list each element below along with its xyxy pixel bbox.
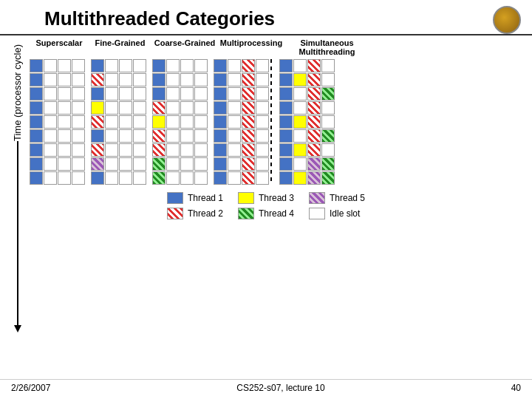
grid-cell — [30, 157, 43, 171]
grid-cell — [307, 157, 321, 171]
legend-thread3: Thread 3 — [238, 192, 294, 204]
grid-cell — [105, 101, 118, 115]
grid-cell — [194, 87, 208, 100]
grid-cell — [119, 115, 132, 129]
grid-cell — [119, 101, 132, 115]
grid-cell — [256, 129, 269, 143]
legend-thread2: Thread 2 — [167, 208, 223, 219]
grid-fine-grained — [91, 59, 146, 185]
grid-cell — [242, 101, 255, 115]
footer-page: 40 — [511, 383, 521, 393]
grid-cell — [105, 143, 118, 157]
time-axis-arrow: Time (processor cycle) — [12, 44, 23, 332]
legend-label-thread4: Thread 4 — [259, 208, 294, 219]
grid-cell — [293, 115, 307, 129]
grid-cell — [307, 143, 321, 157]
grid-cell — [228, 87, 241, 100]
grid-cell — [293, 59, 307, 72]
grid-cell — [293, 171, 307, 185]
grid-cell — [293, 143, 307, 157]
legend-box-thread4 — [238, 208, 254, 219]
grid-cell — [242, 73, 255, 86]
header: Multithreaded Categories — [0, 0, 532, 35]
grid-cell — [242, 171, 255, 185]
grid-cell — [256, 171, 269, 185]
grid-cell — [214, 157, 227, 171]
grid-cell — [91, 171, 104, 185]
grid-cell — [119, 87, 132, 100]
grid-cell — [194, 101, 208, 115]
grid-cell — [30, 115, 43, 129]
grid-cell — [72, 115, 85, 129]
grid-cell — [214, 101, 227, 115]
grid-cell — [58, 59, 71, 72]
grid-cell — [166, 73, 180, 86]
legend: Thread 1 Thread 2 Thread 3 Thread 4 Thre… — [0, 185, 532, 227]
grid-cell — [119, 73, 132, 86]
grid-cell — [321, 59, 335, 72]
grid-cell — [321, 171, 335, 185]
grid-cell — [321, 73, 335, 86]
grid-cell — [166, 171, 180, 185]
grid-cell — [44, 143, 57, 157]
grid-cell — [180, 73, 194, 86]
grid-cell — [152, 101, 166, 115]
grid-cell — [228, 101, 241, 115]
grid-cell — [307, 129, 321, 143]
grid-cell — [152, 73, 166, 86]
legend-label-thread1: Thread 1 — [188, 193, 223, 203]
grid-cell — [30, 143, 43, 157]
grid-cell — [133, 143, 146, 157]
grid-cell — [321, 87, 335, 100]
grid-cell — [321, 115, 335, 129]
grid-cell — [58, 101, 71, 115]
grid-cell — [91, 59, 104, 72]
legend-idle: Idle slot — [309, 208, 365, 219]
grid-cell — [152, 157, 166, 171]
legend-thread4: Thread 4 — [238, 208, 294, 219]
grid-cell — [228, 157, 241, 171]
grid-cell — [133, 73, 146, 86]
grid-cell — [242, 143, 255, 157]
grid-cell — [72, 101, 85, 115]
grid-cell — [30, 59, 43, 72]
grid-cell — [228, 143, 241, 157]
grid-cell — [293, 157, 307, 171]
grid-cell — [91, 101, 104, 115]
grid-cell — [58, 171, 71, 185]
legend-box-thread2 — [167, 208, 183, 219]
grid-cell — [214, 73, 227, 86]
grid-cell — [133, 59, 146, 72]
grid-cell — [91, 115, 104, 129]
grid-cell — [256, 101, 269, 115]
grid-cell — [133, 87, 146, 100]
grid-cell — [166, 115, 180, 129]
grid-cell — [307, 115, 321, 129]
grid-cell — [105, 59, 118, 72]
separator — [270, 59, 272, 185]
grid-cell — [194, 73, 208, 86]
legend-col-1: Thread 1 Thread 2 — [167, 192, 223, 219]
grid-cell — [119, 59, 132, 72]
header-superscalar: Superscalar — [30, 38, 89, 56]
header-fine-grained: Fine-Grained — [89, 38, 151, 56]
grid-cell — [256, 157, 269, 171]
grid-cell — [279, 73, 293, 86]
grid-cell — [44, 171, 57, 185]
grid-cell — [242, 157, 255, 171]
header-multiprocessing: Multiprocessing — [218, 38, 284, 56]
main-content: Superscalar Fine-Grained Coarse-Grained … — [0, 38, 532, 185]
grid-cell — [180, 59, 194, 72]
grid-cell — [279, 87, 293, 100]
grid-cell — [166, 129, 180, 143]
grid-cell — [91, 87, 104, 100]
grid-cell — [166, 143, 180, 157]
grid-cell — [180, 157, 194, 171]
grid-cell — [194, 157, 208, 171]
grid-cell — [44, 73, 57, 86]
footer-date: 2/26/2007 — [11, 383, 50, 393]
grids-row — [30, 59, 525, 185]
grid-cell — [307, 73, 321, 86]
grid-cell — [133, 115, 146, 129]
grid-cell — [44, 115, 57, 129]
